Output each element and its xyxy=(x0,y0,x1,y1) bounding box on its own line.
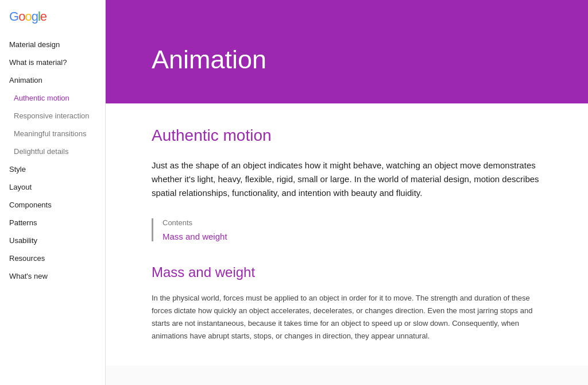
sidebar-item-components[interactable]: Components xyxy=(0,196,105,214)
sidebar-navigation: Material design What is material? Animat… xyxy=(0,31,105,385)
sidebar-item-delightful-details[interactable]: Delightful details xyxy=(0,143,105,160)
subsection-title-mass-and-weight: Mass and weight xyxy=(152,264,542,280)
sidebar-item-style[interactable]: Style xyxy=(0,160,105,178)
hero-title: Animation xyxy=(152,45,266,75)
sidebar-item-layout[interactable]: Layout xyxy=(0,178,105,196)
section-body-text: Just as the shape of an object indicates… xyxy=(152,159,542,200)
sidebar-item-responsive-interaction[interactable]: Responsive interaction xyxy=(0,107,105,125)
subsection-body-text: In the physical world, forces must be ap… xyxy=(152,292,542,342)
sidebar-item-resources[interactable]: Resources xyxy=(0,249,105,267)
sidebar-item-whats-new[interactable]: What's new xyxy=(0,267,105,285)
contents-link-mass-and-weight[interactable]: Mass and weight xyxy=(163,232,542,241)
logo-area: Google xyxy=(0,0,105,31)
sidebar-item-animation[interactable]: Animation xyxy=(0,71,105,89)
sidebar: Google Material design What is material?… xyxy=(0,0,106,385)
sidebar-item-usability[interactable]: Usability xyxy=(0,232,105,249)
hero-banner: Animation xyxy=(106,0,588,103)
contents-block: Contents Mass and weight xyxy=(152,218,542,241)
sidebar-item-meaningful-transitions[interactable]: Meaningful transitions xyxy=(0,125,105,143)
sidebar-item-authentic-motion[interactable]: Authentic motion xyxy=(0,89,105,107)
section-title: Authentic motion xyxy=(152,126,542,145)
google-logo: Google xyxy=(9,9,47,24)
sidebar-item-patterns[interactable]: Patterns xyxy=(0,214,105,232)
main-content: Animation Authentic motion Just as the s… xyxy=(106,0,588,385)
content-area: Authentic motion Just as the shape of an… xyxy=(106,103,588,365)
sidebar-item-material-design[interactable]: Material design xyxy=(0,36,105,53)
sidebar-item-what-is-material[interactable]: What is material? xyxy=(0,53,105,71)
contents-label: Contents xyxy=(163,218,542,227)
